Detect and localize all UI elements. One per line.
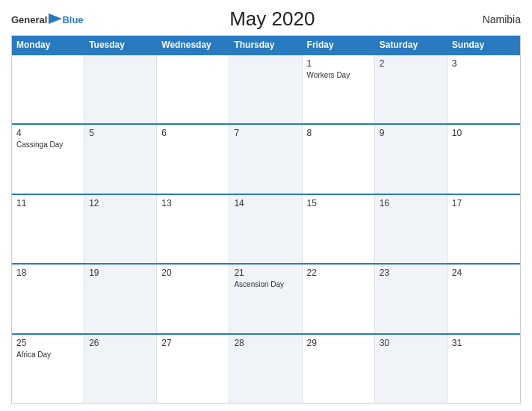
calendar-cell: 20 — [157, 265, 229, 333]
cell-day-number: 29 — [307, 338, 370, 348]
logo-flag-icon — [49, 13, 62, 24]
calendar-cell: 14 — [229, 195, 302, 263]
calendar-cell: 1Workers Day — [303, 55, 375, 123]
cell-day-number: 22 — [307, 268, 370, 278]
calendar-cell — [12, 55, 84, 123]
header-thursday: Thursday — [229, 36, 302, 54]
week-2: 4Cassinga Day5678910 — [12, 123, 520, 193]
calendar-cell: 16 — [375, 195, 448, 263]
calendar-cell — [84, 55, 157, 123]
cell-day-number: 30 — [380, 338, 442, 348]
cell-day-number: 23 — [380, 268, 442, 278]
header-wednesday: Wednesday — [157, 36, 229, 54]
cell-day-number: 26 — [89, 338, 152, 348]
week-5: 25Africa Day262728293031 — [12, 333, 520, 403]
cell-day-number: 24 — [452, 268, 516, 278]
cell-day-number: 28 — [234, 338, 297, 348]
cell-day-number: 8 — [307, 128, 370, 138]
cell-event-label: Workers Day — [307, 70, 370, 80]
cell-day-number: 17 — [452, 198, 516, 208]
cell-day-number: 19 — [89, 268, 152, 278]
cell-day-number: 13 — [161, 198, 224, 208]
calendar-cell: 30 — [375, 335, 448, 403]
calendar-cell: 31 — [448, 335, 520, 403]
logo-blue-text: Blue — [62, 15, 83, 25]
calendar-cell: 8 — [303, 125, 375, 193]
header-monday: Monday — [12, 36, 84, 54]
cell-day-number: 3 — [452, 58, 516, 69]
calendar-cell: 12 — [84, 195, 157, 263]
country-label: Namibia — [461, 13, 521, 25]
header-tuesday: Tuesday — [84, 36, 157, 54]
cell-day-number: 25 — [16, 338, 79, 348]
cell-day-number: 4 — [16, 128, 79, 138]
cell-day-number: 2 — [380, 58, 442, 69]
calendar-cell: 6 — [157, 125, 229, 193]
header-friday: Friday — [303, 36, 375, 54]
calendar-cell — [229, 55, 302, 123]
cell-day-number: 11 — [16, 198, 79, 208]
calendar-cell: 29 — [303, 335, 375, 403]
page-header: General Blue May 2020 Namibia — [11, 7, 521, 31]
calendar-cell: 11 — [12, 195, 84, 263]
header-sunday: Sunday — [448, 36, 520, 54]
calendar-cell: 4Cassinga Day — [12, 125, 84, 193]
calendar-cell: 3 — [448, 55, 520, 123]
week-3: 11121314151617 — [12, 194, 520, 263]
week-1: 1Workers Day23 — [12, 54, 520, 123]
calendar-body: 1Workers Day234Cassinga Day5678910111213… — [12, 54, 520, 403]
calendar-cell: 27 — [157, 335, 229, 403]
cell-day-number: 14 — [234, 198, 297, 208]
calendar-cell: 23 — [375, 265, 448, 333]
calendar-header: Monday Tuesday Wednesday Thursday Friday… — [12, 36, 520, 54]
cell-day-number: 18 — [16, 268, 79, 278]
calendar-title: May 2020 — [84, 7, 461, 31]
calendar-cell: 21Ascension Day — [229, 265, 302, 333]
cell-day-number: 27 — [161, 338, 224, 348]
cell-day-number: 10 — [452, 128, 516, 138]
cell-day-number: 20 — [161, 268, 224, 278]
logo: General Blue — [11, 13, 84, 25]
header-saturday: Saturday — [375, 36, 448, 54]
calendar-page: General Blue May 2020 Namibia Monday Tue… — [0, 0, 532, 411]
cell-day-number: 31 — [452, 338, 516, 348]
cell-day-number: 7 — [234, 128, 297, 138]
cell-day-number: 5 — [89, 128, 152, 138]
svg-marker-0 — [49, 13, 62, 24]
calendar-cell: 7 — [229, 125, 302, 193]
calendar-cell: 19 — [84, 265, 157, 333]
calendar-cell: 13 — [157, 195, 229, 263]
cell-event-label: Cassinga Day — [16, 140, 79, 149]
cell-event-label: Ascension Day — [234, 279, 297, 289]
cell-day-number: 12 — [89, 198, 152, 208]
cell-day-number: 9 — [380, 128, 442, 138]
cell-day-number: 1 — [307, 58, 370, 69]
cell-day-number: 16 — [380, 198, 442, 208]
calendar-cell: 25Africa Day — [12, 335, 84, 403]
calendar-cell: 9 — [375, 125, 448, 193]
calendar-cell — [157, 55, 229, 123]
cell-day-number: 6 — [161, 128, 224, 138]
week-4: 18192021Ascension Day222324 — [12, 263, 520, 333]
calendar-cell: 2 — [375, 55, 448, 123]
calendar-cell: 22 — [303, 265, 375, 333]
calendar-grid: Monday Tuesday Wednesday Thursday Friday… — [11, 35, 521, 404]
calendar-cell: 24 — [448, 265, 520, 333]
cell-day-number: 21 — [234, 268, 297, 278]
calendar-cell: 26 — [84, 335, 157, 403]
calendar-cell: 5 — [84, 125, 157, 193]
cell-event-label: Africa Day — [16, 350, 79, 359]
calendar-cell: 17 — [448, 195, 520, 263]
calendar-cell: 15 — [303, 195, 375, 263]
cell-day-number: 15 — [307, 198, 370, 208]
logo-general-text: General — [11, 15, 47, 25]
calendar-cell: 10 — [448, 125, 520, 193]
calendar-cell: 28 — [229, 335, 302, 403]
calendar-cell: 18 — [12, 265, 84, 333]
